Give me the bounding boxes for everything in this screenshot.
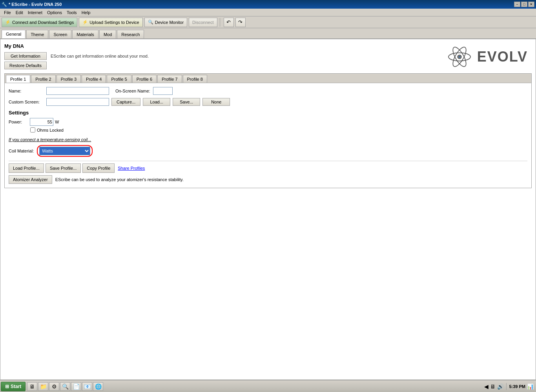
share-profiles-link[interactable]: Share Profiles (118, 166, 145, 171)
taskbar-apps: 🖥 📁 ⚙ 🔍 📄 📧 🌐 (27, 382, 103, 391)
taskbar-volume-icon: 🔊 (497, 383, 504, 390)
my-dna-buttons: Get Information Restore Defaults (4, 52, 47, 69)
maximize-button[interactable]: □ (521, 2, 527, 7)
connect-icon: ⚡ (5, 20, 11, 25)
close-button[interactable]: ✕ (528, 2, 534, 7)
profile-tabs-container: Profile 1 Profile 2 Profile 3 Profile 4 … (4, 73, 532, 188)
save-profile-button[interactable]: Save Profile... (46, 164, 80, 172)
coil-material-label: Coil Material: (9, 149, 34, 153)
name-label: Name: (9, 89, 44, 93)
menu-help[interactable]: Help (79, 9, 93, 16)
copy-profile-group: Copy Profile (82, 163, 115, 173)
app-icon: 🔧 (2, 2, 7, 7)
disconnect-button[interactable]: Disconnect (189, 18, 217, 27)
menu-tools[interactable]: Tools (64, 9, 79, 16)
tab-screen[interactable]: Screen (49, 30, 71, 38)
atomizer-analyzer-button[interactable]: Atomizer Analyzer (9, 175, 52, 184)
toolbar-separator (220, 18, 221, 27)
start-label: Start (11, 384, 21, 389)
taskbar-arrow-icon: ◀ (484, 383, 489, 390)
menu-bar: File Edit Internet Options Tools Help (0, 9, 536, 16)
tab-theme[interactable]: Theme (26, 30, 48, 38)
restore-defaults-button[interactable]: Restore Defaults (4, 62, 47, 69)
menu-internet[interactable]: Internet (26, 9, 45, 16)
title-bar: 🔧 * EScribe - Evolv DNA 250 − □ ✕ (0, 0, 536, 9)
evolv-logo: EVOLV (446, 43, 528, 71)
get-information-button[interactable]: Get Information (4, 52, 47, 60)
profile-tab-4[interactable]: Profile 4 (82, 75, 106, 83)
custom-screen-row: Custom Screen: Capture... Load... Save..… (9, 98, 527, 106)
power-unit: W (55, 120, 59, 124)
ohms-locked-checkbox[interactable] (30, 127, 35, 132)
start-button[interactable]: ⊞ Start (1, 382, 26, 391)
taskbar-app-2[interactable]: ⚙ (49, 382, 59, 391)
tab-research[interactable]: Research (117, 30, 144, 38)
atomizer-description: EScribe can be used to analyze your atom… (55, 177, 184, 182)
settings-title: Settings (9, 110, 527, 116)
profile-tab-7[interactable]: Profile 7 (157, 75, 182, 83)
taskbar-right: ◀ 🖥 🔊 5:39 PM 📊 (484, 383, 535, 390)
taskbar-app-5[interactable]: 📧 (82, 382, 92, 391)
name-row: Name: On-Screen Name: (9, 87, 527, 95)
profile-tab-3[interactable]: Profile 3 (57, 75, 81, 83)
title-bar-left: 🔧 * EScribe - Evolv DNA 250 (2, 2, 62, 7)
toolbar: ⚡ Connect and Download Settings ⚡ Upload… (0, 16, 536, 28)
tab-mod[interactable]: Mod (99, 30, 116, 38)
load-profile-button[interactable]: Load Profile... (9, 164, 44, 172)
evolv-brand-text: EVOLV (477, 49, 528, 65)
load-profile-group: Load Profile... (9, 163, 44, 173)
power-input[interactable] (30, 118, 53, 126)
none-button[interactable]: None (202, 98, 230, 106)
on-screen-name-input[interactable] (153, 87, 173, 95)
save-screen-button[interactable]: Save... (173, 98, 200, 106)
monitor-icon: 🔍 (148, 20, 153, 25)
taskbar-tray-icon: 📊 (527, 383, 534, 390)
menu-options[interactable]: Options (45, 9, 64, 16)
coil-material-select[interactable]: Watts Nickel (Ni200) Titanium (Ti) Stain… (39, 147, 90, 155)
tab-materials[interactable]: Materials (72, 30, 98, 38)
tab-general[interactable]: General (2, 30, 26, 38)
coil-material-row: Coil Material: Watts Nickel (Ni200) Tita… (9, 145, 527, 157)
upload-label: Upload Settings to Device (89, 20, 139, 25)
redo-button[interactable]: ↷ (235, 18, 246, 27)
copy-profile-button[interactable]: Copy Profile (83, 164, 114, 172)
device-monitor-button[interactable]: 🔍 Device Monitor (144, 18, 187, 27)
menu-edit[interactable]: Edit (13, 9, 26, 16)
disconnect-label: Disconnect (192, 20, 213, 25)
menu-file[interactable]: File (2, 9, 13, 16)
connect-label: Connect and Download Settings (12, 20, 74, 25)
on-screen-name-label: On-Screen Name: (115, 89, 151, 93)
taskbar-app-6[interactable]: 🌐 (93, 382, 103, 391)
taskbar-network-icon: 🖥 (490, 383, 496, 390)
profile-tab-1[interactable]: Profile 1 (6, 75, 30, 83)
title-bar-controls: − □ ✕ (514, 2, 534, 7)
monitor-label: Device Monitor (155, 20, 184, 25)
profile-tab-2[interactable]: Profile 2 (31, 75, 55, 83)
connect-download-button[interactable]: ⚡ Connect and Download Settings (2, 18, 77, 27)
profile-content: Name: On-Screen Name: Custom Screen: Cap… (5, 83, 531, 188)
taskbar-app-0[interactable]: 🖥 (27, 382, 37, 391)
temp-sensing-text: If you connect a temperature-sensing coi… (9, 137, 527, 142)
power-label: Power: (9, 120, 28, 124)
dna-info-text: EScribe can get information online about… (51, 52, 149, 58)
taskbar-app-1[interactable]: 📁 (38, 382, 48, 391)
taskbar-app-4[interactable]: 📄 (71, 382, 81, 391)
profile-tab-6[interactable]: Profile 6 (132, 75, 157, 83)
name-input[interactable] (46, 87, 109, 95)
ohms-locked-row: Ohms Locked (30, 127, 527, 132)
custom-screen-input[interactable] (46, 98, 109, 106)
undo-button[interactable]: ↶ (224, 18, 234, 27)
upload-settings-button[interactable]: ⚡ Upload Settings to Device (79, 18, 143, 27)
window-title: * EScribe - Evolv DNA 250 (9, 2, 62, 7)
load-screen-button[interactable]: Load... (143, 98, 170, 106)
profile-tabs: Profile 1 Profile 2 Profile 3 Profile 4 … (5, 74, 531, 83)
main-tabs: General Theme Screen Materials Mod Resea… (0, 28, 536, 39)
minimize-button[interactable]: − (514, 2, 520, 7)
evolv-atom-icon (446, 43, 473, 71)
taskbar-separator (506, 383, 507, 390)
power-row: Power: W (9, 118, 527, 126)
profile-tab-8[interactable]: Profile 8 (183, 75, 207, 83)
profile-tab-5[interactable]: Profile 5 (107, 75, 131, 83)
taskbar-app-3[interactable]: 🔍 (60, 382, 70, 391)
capture-button[interactable]: Capture... (111, 98, 140, 106)
